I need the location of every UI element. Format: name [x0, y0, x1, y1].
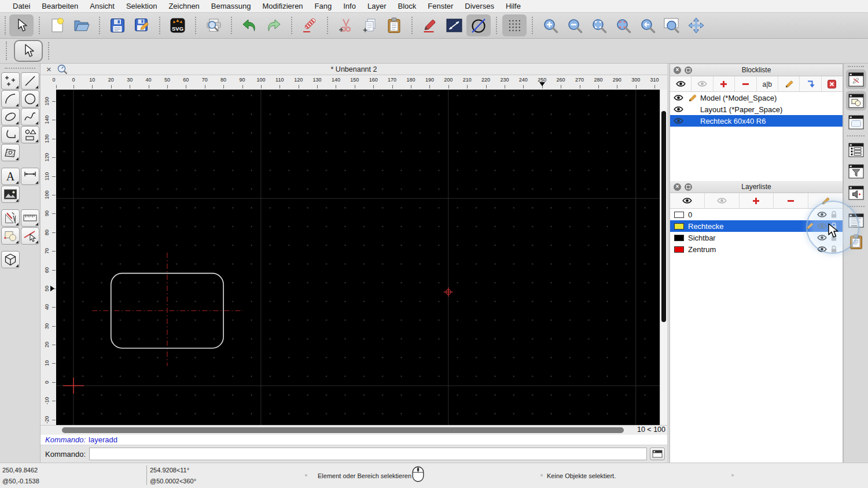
- zoom-previous-button[interactable]: [635, 14, 660, 36]
- dock-clipboard-toggle-button[interactable]: [846, 232, 866, 252]
- menu-bemassung[interactable]: Bemassung: [205, 2, 257, 10]
- dock-trigger-window-toggle-button[interactable]: [846, 183, 866, 202]
- horizontal-scrollbar-thumb[interactable]: [62, 427, 624, 433]
- save-button[interactable]: [105, 14, 130, 36]
- undo-button[interactable]: [237, 14, 262, 36]
- tool-text-button[interactable]: A: [1, 168, 20, 185]
- grid-button[interactable]: [502, 14, 527, 36]
- horizontal-scrollbar[interactable]: 10 < 100: [41, 425, 667, 435]
- menu-block[interactable]: Block: [392, 2, 422, 10]
- print-preview-button[interactable]: [201, 14, 226, 36]
- menu-hilfe[interactable]: Hilfe: [500, 2, 527, 10]
- show-all-eye-button[interactable]: [670, 193, 705, 208]
- tool-polyline-button[interactable]: [1, 126, 20, 143]
- block-list-item[interactable]: Layout1 (*Paper_Space): [670, 103, 843, 115]
- dock-layer-window-toggle-button[interactable]: [846, 140, 866, 160]
- zoom-in-button[interactable]: [538, 14, 562, 36]
- show-all-eye-button[interactable]: [670, 76, 692, 91]
- layer-lock-icon[interactable]: [830, 245, 837, 253]
- command-input[interactable]: [89, 448, 647, 460]
- tool-measure-button[interactable]: [21, 209, 39, 227]
- toolbar-drag-handle[interactable]: [6, 42, 7, 60]
- delete-block-button[interactable]: [822, 76, 843, 91]
- redo-button[interactable]: [262, 14, 286, 36]
- add-button[interactable]: [740, 193, 774, 208]
- tool-circle-button[interactable]: [21, 90, 39, 108]
- attributes-pencil-button[interactable]: [418, 14, 442, 36]
- zoom-out-button[interactable]: [562, 14, 587, 36]
- edit-pencil-icon[interactable]: [686, 94, 698, 102]
- tool-image-button[interactable]: [1, 186, 20, 203]
- toolbar-drag-handle[interactable]: [5, 16, 6, 35]
- remove-button[interactable]: [774, 193, 808, 208]
- tool-polygon-button[interactable]: [21, 126, 39, 143]
- erase-button[interactable]: [297, 14, 322, 36]
- menu-bearbeiten[interactable]: Bearbeiten: [36, 2, 84, 10]
- layer-lock-icon[interactable]: [830, 234, 837, 242]
- svg-export-button[interactable]: SVG: [165, 14, 190, 36]
- palette-drag-handle[interactable]: [5, 68, 35, 69]
- tool-select-button[interactable]: [21, 227, 39, 245]
- insert-button[interactable]: [800, 76, 821, 91]
- dock-command-window-toggle-button[interactable]: [846, 210, 866, 230]
- vertical-scrollbar[interactable]: [660, 90, 667, 425]
- distance-button[interactable]: [442, 14, 466, 36]
- tool-arc-button[interactable]: [1, 90, 20, 108]
- menu-layer[interactable]: Layer: [362, 2, 392, 10]
- dock-block-window-toggle-button[interactable]: [846, 91, 866, 110]
- dock-filter-window-toggle-button[interactable]: [846, 161, 866, 181]
- layer-list-item[interactable]: Sichtbar: [670, 232, 843, 243]
- menu-ansicht[interactable]: Ansicht: [84, 2, 120, 10]
- menu-selektion[interactable]: Selektion: [120, 2, 163, 10]
- menu-zeichnen[interactable]: Zeichnen: [163, 2, 205, 10]
- drawing-canvas[interactable]: [56, 90, 660, 425]
- select-arrow-button[interactable]: [9, 14, 34, 36]
- add-button[interactable]: [713, 76, 735, 91]
- block-list-item[interactable]: Rechteck 60x40 R6: [670, 115, 843, 127]
- zoom-window-button[interactable]: [660, 14, 684, 36]
- tool-spline-button[interactable]: [21, 108, 39, 125]
- layer-list-item[interactable]: Zentrum: [670, 243, 843, 255]
- layer-list-item[interactable]: 0: [670, 209, 843, 220]
- layer-list-item[interactable]: Rechtecke: [670, 220, 843, 232]
- dock-library-window-toggle-button[interactable]: [846, 112, 866, 132]
- menu-info[interactable]: Info: [337, 2, 362, 10]
- vertical-scrollbar-thumb[interactable]: [661, 111, 666, 322]
- visibility-eye-icon[interactable]: [672, 94, 684, 101]
- paste-button[interactable]: [382, 14, 406, 36]
- edit-button[interactable]: [808, 193, 843, 208]
- layer-visibility-eye-icon[interactable]: [817, 234, 827, 241]
- block-list-item[interactable]: Model (*Model_Space): [670, 92, 843, 103]
- dock-drag-handle[interactable]: [848, 66, 864, 67]
- draw-order-button[interactable]: [466, 14, 491, 36]
- layer-visibility-eye-icon[interactable]: [817, 211, 827, 218]
- hide-all-eye-button[interactable]: [692, 76, 713, 91]
- layer-visibility-eye-icon[interactable]: [817, 223, 827, 230]
- tool-dimension-button[interactable]: [21, 168, 39, 185]
- tool-blocks-button[interactable]: [1, 227, 20, 245]
- select-tool-button[interactable]: [14, 40, 43, 62]
- menu-fenster[interactable]: Fenster: [422, 2, 459, 10]
- copy-button[interactable]: [358, 14, 382, 36]
- dock-pen-window-toggle-button[interactable]: [846, 69, 866, 89]
- new-document-button[interactable]: [45, 14, 69, 36]
- layer-lock-icon[interactable]: [830, 210, 837, 219]
- menu-modifizieren[interactable]: Modifizieren: [257, 2, 309, 10]
- menu-datei[interactable]: Datei: [7, 2, 36, 10]
- remove-button[interactable]: [735, 76, 756, 91]
- zoom-pan-button[interactable]: [684, 14, 708, 36]
- open-file-button[interactable]: [69, 14, 94, 36]
- edit-pencil-icon[interactable]: [806, 222, 814, 230]
- tool-solid-button[interactable]: [1, 251, 20, 268]
- visibility-eye-icon[interactable]: [672, 117, 684, 124]
- hide-all-eye-button[interactable]: [705, 193, 740, 208]
- layer-visibility-eye-icon[interactable]: [817, 246, 827, 253]
- tool-points-button[interactable]: [1, 72, 20, 90]
- detach-command-widget-button[interactable]: [650, 448, 665, 460]
- menu-diverses[interactable]: Diverses: [459, 2, 500, 10]
- save-as-button[interactable]: [130, 14, 154, 36]
- tool-ellipse-button[interactable]: [1, 108, 20, 125]
- rename-button[interactable]: a|b: [757, 76, 778, 91]
- zoom-selection-button[interactable]: [611, 14, 635, 36]
- visibility-eye-icon[interactable]: [672, 106, 684, 113]
